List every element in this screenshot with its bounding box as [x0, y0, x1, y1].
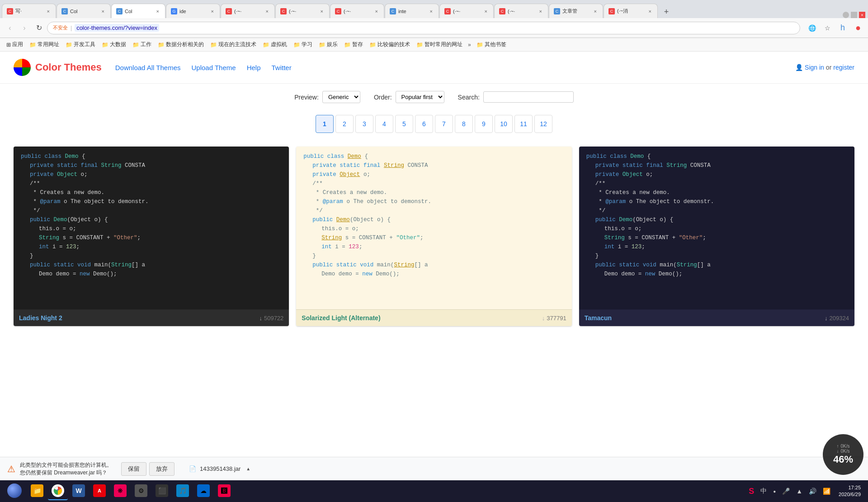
theme-card-ladies-night-2[interactable]: public class Demo { private static final…	[14, 147, 289, 326]
twitter-link[interactable]: Twitter	[272, 64, 292, 71]
tab-close-12[interactable]: ×	[647, 8, 653, 14]
page-btn-1[interactable]: 1	[316, 115, 334, 133]
preview-select[interactable]: Generic	[322, 91, 360, 103]
tab-close-1[interactable]: ×	[46, 8, 51, 14]
bookmark-devtools[interactable]: 📁 开发工具	[63, 40, 98, 49]
tab-label-2: Col	[70, 9, 78, 14]
sign-in-link[interactable]: Sign in	[805, 64, 824, 71]
page-btn-9[interactable]: 9	[475, 115, 493, 133]
folder-icon-obscure: 📁	[369, 42, 376, 48]
theme-card-solarized[interactable]: public class Demo { private static final…	[296, 147, 571, 326]
tab-favicon-6: C	[280, 8, 287, 14]
tab-2[interactable]: C Col ×	[57, 4, 111, 18]
menu-button[interactable]: ●	[852, 22, 864, 34]
nav-icons: 🌐 ☆ h ●	[806, 22, 864, 34]
bookmark-study[interactable]: 📁 学习	[291, 40, 315, 49]
tab-label-6: (·~·	[289, 9, 296, 14]
profile-button[interactable]: h	[836, 22, 849, 34]
bookmark-maintech[interactable]: 📁 现在的主流技术	[208, 40, 259, 49]
page-btn-4[interactable]: 4	[375, 115, 393, 133]
theme-preview-sepia: public class Demo { private static final…	[296, 147, 571, 309]
navigation-bar: ‹ › ↻ 不安全 | color-themes.com/?view=index…	[0, 18, 868, 38]
folder-icon-entertainment: 📁	[319, 42, 326, 48]
upload-theme-link[interactable]: Upload Theme	[192, 64, 236, 71]
page-btn-10[interactable]: 10	[495, 115, 513, 133]
tab-3[interactable]: C Col ×	[111, 4, 165, 18]
page-btn-11[interactable]: 11	[514, 115, 533, 133]
more-bookmarks[interactable]: »	[466, 42, 473, 48]
bookmark-temp[interactable]: 📁 暂存	[341, 40, 366, 49]
tab-favicon-10: C	[499, 8, 505, 14]
page-btn-5[interactable]: 5	[395, 115, 413, 133]
minimize-button[interactable]	[843, 12, 849, 18]
tab-10[interactable]: C (·~· ×	[494, 4, 548, 18]
tab-close-8[interactable]: ×	[429, 8, 434, 14]
bookmark-other[interactable]: 📁 其他书签	[474, 40, 509, 49]
search-label: Search:	[458, 94, 480, 101]
maximize-button[interactable]	[851, 12, 857, 18]
page-btn-3[interactable]: 3	[355, 115, 373, 133]
page-btn-6[interactable]: 6	[415, 115, 433, 133]
site-logo[interactable]: Color Themes	[14, 59, 102, 76]
bookmark-label-common: 常用网址	[38, 41, 59, 48]
theme-card-tamacun[interactable]: public class Demo { private static final…	[579, 147, 854, 326]
tab-favicon-2: C	[61, 8, 68, 14]
tab-8[interactable]: C inte ×	[385, 4, 439, 18]
bookmark-common[interactable]: 📁 常用网址	[27, 40, 62, 49]
page-btn-8[interactable]: 8	[455, 115, 473, 133]
tab-close-7[interactable]: ×	[374, 8, 379, 14]
bookmark-label-dataanalysis: 数据分析相关的	[166, 41, 204, 48]
tab-close-11[interactable]: ×	[593, 8, 598, 14]
tab-close-3[interactable]: ×	[155, 8, 160, 14]
bookmark-bigdata[interactable]: 📁 大数据	[99, 40, 129, 49]
order-select[interactable]: Popular first	[396, 91, 444, 103]
address-bar[interactable]: 不安全 | color-themes.com/?view=index	[47, 22, 800, 34]
search-input[interactable]	[483, 91, 574, 103]
header-auth: 👤 Sign in or register	[795, 64, 854, 71]
tab-1[interactable]: C 写· ×	[2, 4, 56, 18]
tab-close-9[interactable]: ×	[483, 8, 489, 14]
tab-favicon-1: C	[7, 8, 13, 14]
tab-close-10[interactable]: ×	[538, 8, 543, 14]
new-tab-button[interactable]: +	[660, 5, 673, 18]
tab-12[interactable]: C (·~消 ×	[604, 4, 658, 18]
tab-7[interactable]: C (·~· ×	[330, 4, 384, 18]
refresh-button[interactable]: ↻	[33, 22, 45, 34]
folder-icon-common: 📁	[29, 42, 36, 48]
page-btn-12[interactable]: 12	[534, 115, 552, 133]
bookmark-work[interactable]: 📁 工作	[130, 40, 154, 49]
download-all-link[interactable]: Download All Themes	[115, 64, 181, 71]
bookmark-common-urls[interactable]: 📁 暂时常用的网址	[414, 40, 465, 49]
bookmark-dataanalysis[interactable]: 📁 数据分析相关的	[155, 40, 207, 49]
forward-button[interactable]: ›	[18, 22, 31, 34]
tab-close-6[interactable]: ×	[319, 8, 325, 14]
help-link[interactable]: Help	[247, 64, 261, 71]
tab-4[interactable]: G ide ×	[166, 4, 220, 18]
tab-11[interactable]: C 文章管 ×	[549, 4, 603, 18]
tab-9[interactable]: C (·~· ×	[439, 4, 494, 18]
back-button[interactable]: ‹	[4, 22, 16, 34]
tab-close-5[interactable]: ×	[264, 8, 270, 14]
tab-6[interactable]: C (·~· ×	[275, 4, 330, 18]
tab-close-2[interactable]: ×	[100, 8, 106, 14]
bookmark-obscure[interactable]: 📁 比较偏的技术	[367, 40, 413, 49]
tab-label-11: 文章管	[562, 8, 577, 14]
bookmark-label-vm: 虚拟机	[271, 41, 287, 48]
tab-label-8: inte	[398, 9, 406, 14]
register-link[interactable]: register	[833, 64, 854, 71]
translate-button[interactable]: 🌐	[806, 22, 818, 34]
tab-5[interactable]: C (·~· ×	[221, 4, 275, 18]
bookmark-apps[interactable]: ⊞ 应用	[4, 40, 26, 49]
logo-text: Color Themes	[35, 62, 102, 73]
tab-favicon-3: C	[116, 8, 123, 14]
bookmark-label-maintech: 现在的主流技术	[218, 41, 256, 48]
order-label: Order:	[374, 94, 392, 101]
page-btn-2[interactable]: 2	[335, 115, 354, 133]
bookmark-button[interactable]: ☆	[821, 22, 834, 34]
page-btn-7[interactable]: 7	[435, 115, 453, 133]
download-icon-2: ↓	[542, 315, 545, 322]
bookmark-entertainment[interactable]: 📁 娱乐	[316, 40, 340, 49]
close-button[interactable]: ×	[859, 12, 865, 18]
tab-close-4[interactable]: ×	[210, 8, 215, 14]
bookmark-vm[interactable]: 📁 虚拟机	[260, 40, 290, 49]
